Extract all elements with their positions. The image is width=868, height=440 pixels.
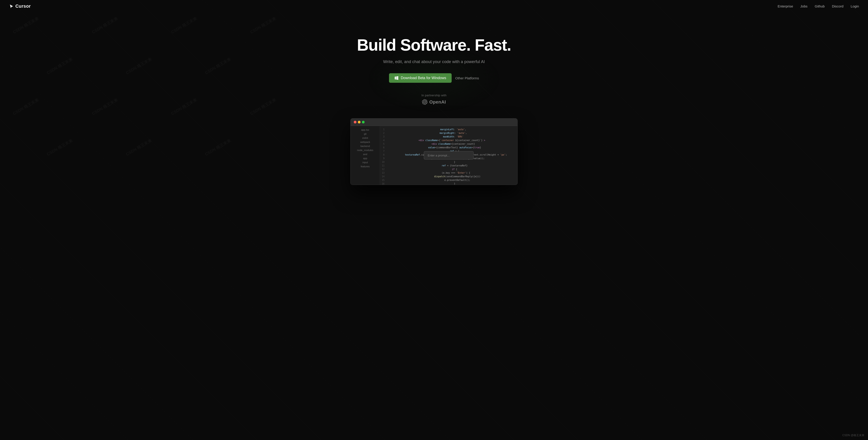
code-line: <div className={container_count} xyxy=(387,142,517,146)
titlebar-dot-red xyxy=(354,121,356,123)
sidebar-item[interactable]: app xyxy=(350,156,380,160)
attribution: CSDN @格王末来 xyxy=(842,434,864,437)
editor-window: app.tsx git eslint webpack backend node_… xyxy=(350,118,518,185)
nav-link-login[interactable]: Login xyxy=(850,4,859,8)
partnership-section: In partnership with OpenAI xyxy=(421,94,446,105)
code-line: } xyxy=(387,160,517,164)
code-line: ref = {textareaRef} xyxy=(387,164,517,168)
code-line: marginLeft: 'auto', xyxy=(387,128,517,131)
editor-titlebar xyxy=(350,118,518,126)
code-line: marginRight: 'auto', xyxy=(387,131,517,135)
openai-logo: OpenAI xyxy=(422,99,446,105)
code-line: e.preventDefault(); xyxy=(387,178,517,182)
sidebar-item[interactable]: app.tsx xyxy=(350,128,380,132)
nav-logo[interactable]: Cursor xyxy=(9,4,31,9)
nav-link-github[interactable]: Github xyxy=(815,4,825,8)
navbar: Cursor Enterprise Jobs Github Discord Lo… xyxy=(0,0,868,12)
code-line: maxWidth: '80%' xyxy=(387,135,517,139)
code-line: (e.key === 'Enter') { xyxy=(387,171,517,175)
titlebar-dot-yellow xyxy=(358,121,361,123)
ai-prompt-overlay[interactable]: Enter a prompt... xyxy=(424,151,473,159)
download-button[interactable]: Download Beta for Windows xyxy=(389,73,452,83)
openai-icon xyxy=(422,99,428,105)
hero-section: Build Software. Fast. Write, edit, and c… xyxy=(0,0,868,199)
sidebar-item[interactable]: backend xyxy=(350,144,380,148)
cursor-logo-icon xyxy=(9,4,13,8)
line-numbers: 1234567891011121314151617181920 xyxy=(380,126,386,185)
sidebar-item[interactable]: features xyxy=(350,165,380,169)
sidebar-item[interactable]: node_modules xyxy=(350,148,380,152)
hero-title: Build Software. Fast. xyxy=(357,36,511,54)
hero-subtitle: Write, edit, and chat about your code wi… xyxy=(383,59,485,64)
sidebar-item[interactable]: git xyxy=(350,132,380,136)
code-line: } xyxy=(387,182,517,185)
code-line: <div className={`container ${container_c… xyxy=(387,139,517,142)
nav-logo-text: Cursor xyxy=(16,4,31,9)
main-content: Build Software. Fast. Write, edit, and c… xyxy=(0,0,868,199)
download-button-label: Download Beta for Windows xyxy=(401,76,446,80)
ai-prompt-text: Enter a prompt... xyxy=(428,154,450,157)
code-line: dispatch(sendCommandBarReply({e})) xyxy=(387,175,517,178)
titlebar-dot-green xyxy=(362,121,365,123)
sidebar-item[interactable]: input xyxy=(350,160,380,165)
openai-text: OpenAI xyxy=(429,99,446,105)
editor-file-sidebar: app.tsx git eslint webpack backend node_… xyxy=(350,126,380,185)
editor-code-area: 1234567891011121314151617181920 marginLe… xyxy=(380,126,518,185)
nav-links: Enterprise Jobs Github Discord Login xyxy=(778,4,859,8)
nav-link-discord[interactable]: Discord xyxy=(832,4,843,8)
other-platforms-button[interactable]: Other Platforms xyxy=(455,76,479,80)
sidebar-item[interactable]: webpack xyxy=(350,140,380,144)
code-line: value={commandBarText} autoFocus={true} xyxy=(387,146,517,149)
sidebar-item[interactable]: and xyxy=(350,152,380,156)
sidebar-item[interactable]: eslint xyxy=(350,136,380,140)
partnership-text: In partnership with xyxy=(421,94,446,97)
editor-preview: app.tsx git eslint webpack backend node_… xyxy=(346,118,522,185)
nav-link-jobs[interactable]: Jobs xyxy=(800,4,808,8)
editor-body: app.tsx git eslint webpack backend node_… xyxy=(350,126,518,185)
nav-link-enterprise[interactable]: Enterprise xyxy=(778,4,793,8)
code-line: if { xyxy=(387,168,517,171)
hero-cta: Download Beta for Windows Other Platform… xyxy=(389,73,479,83)
windows-icon xyxy=(395,76,399,80)
